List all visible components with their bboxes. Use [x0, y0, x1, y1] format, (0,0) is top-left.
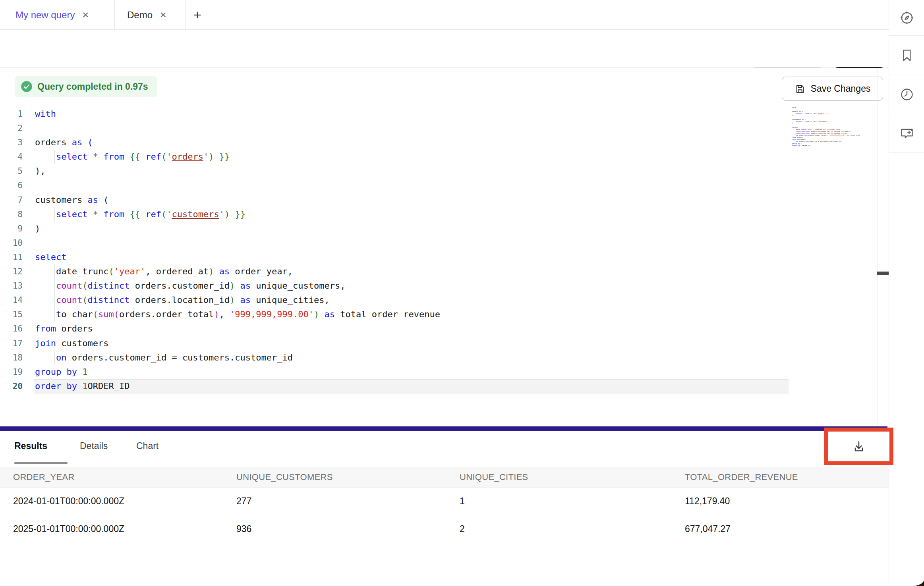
- status-badge: Query completed in 0.97s: [15, 76, 157, 97]
- column-header: ORDER_YEAR: [13, 472, 236, 482]
- table-cell: 677,047.27: [685, 524, 895, 534]
- tab-results[interactable]: Results: [14, 441, 47, 451]
- code-line[interactable]: 16from orders: [0, 322, 878, 336]
- file-tab-demo[interactable]: Demo ✕: [127, 0, 167, 30]
- check-circle-icon: [21, 81, 33, 93]
- code-line[interactable]: 19group by 1: [0, 365, 878, 379]
- bookmark-icon: [900, 48, 914, 62]
- code-line[interactable]: 1with: [0, 107, 878, 121]
- table-cell: 936: [236, 524, 460, 534]
- right-toolbar-rail: [889, 0, 924, 586]
- code-line[interactable]: 5),: [0, 164, 878, 178]
- clock-icon: [899, 87, 914, 102]
- code-line[interactable]: 2: [0, 121, 878, 135]
- code-line[interactable]: 14 count(distinct orders.location_id) as…: [0, 293, 878, 307]
- table-row: 2025-01-01T00:00:00.000Z9362677,047.27: [0, 515, 895, 543]
- ai-assistant-button[interactable]: [889, 114, 924, 153]
- table-cell: 1: [460, 496, 685, 507]
- save-label: Save Changes: [811, 83, 871, 94]
- table-cell: 112,179.40: [685, 496, 895, 507]
- download-button[interactable]: [852, 440, 866, 454]
- explore-button[interactable]: [889, 0, 924, 36]
- code-line[interactable]: 10: [0, 236, 878, 250]
- table-cell: 2: [460, 524, 685, 534]
- code-line[interactable]: 13 count(distinct orders.customer_id) as…: [0, 279, 878, 293]
- query-header: MS Your query: [0, 30, 889, 68]
- table-cell: 277: [236, 496, 460, 507]
- screen-corner: [907, 580, 924, 586]
- column-header: UNIQUE_CUSTOMERS: [236, 472, 460, 482]
- close-icon[interactable]: ✕: [82, 10, 89, 20]
- tab-separator: [186, 0, 186, 30]
- editor-right-separator: [877, 68, 878, 426]
- tab-chart[interactable]: Chart: [136, 441, 159, 451]
- code-line[interactable]: 17join customers: [0, 336, 878, 351]
- add-tab-button[interactable]: +: [193, 0, 201, 30]
- chat-sparkles-icon: [899, 126, 914, 141]
- status-text: Query completed in 0.97s: [37, 81, 148, 92]
- table-cell: 2024-01-01T00:00:00.000Z: [13, 496, 236, 507]
- code-line[interactable]: 18 on orders.customer_id = customers.cus…: [0, 351, 878, 365]
- save-icon: [794, 83, 806, 94]
- column-header: TOTAL_ORDER_REVENUE: [685, 472, 895, 482]
- table-row: 2024-01-01T00:00:00.000Z2771112,179.40: [0, 488, 895, 515]
- file-tab-my-new-query[interactable]: My new query ✕: [15, 0, 89, 30]
- history-rail-button[interactable]: [889, 75, 924, 114]
- file-tab-label: Demo: [127, 10, 153, 21]
- code-line[interactable]: 11select: [0, 250, 878, 264]
- results-panel: Results Details Chart ORDER_YEARUNIQUE_C…: [0, 431, 924, 586]
- active-tab-underline: [14, 462, 68, 464]
- code-line[interactable]: 20order by 1ORDER_ID: [0, 379, 878, 393]
- code-line[interactable]: 12 date_trunc('year', ordered_at) as ord…: [0, 264, 878, 279]
- compass-icon: [899, 10, 914, 25]
- column-header: UNIQUE_CITIES: [460, 472, 685, 482]
- tab-separator: [114, 0, 115, 30]
- bookmark-button[interactable]: [889, 36, 924, 75]
- results-table-header: ORDER_YEARUNIQUE_CUSTOMERSUNIQUE_CITIEST…: [0, 467, 895, 488]
- code-line[interactable]: 6: [0, 178, 878, 193]
- code-line[interactable]: 3orders as (: [0, 135, 878, 150]
- code-line[interactable]: 15 to_char(sum(orders.order_total), '999…: [0, 307, 878, 322]
- file-tab-label: My new query: [15, 10, 75, 21]
- table-cell: 2025-01-01T00:00:00.000Z: [13, 524, 236, 534]
- sql-editor[interactable]: Query completed in 0.97s Save Changes wi…: [0, 68, 889, 426]
- tab-details[interactable]: Details: [80, 441, 108, 451]
- code-line[interactable]: 4 select * from {{ ref('orders') }}: [0, 150, 878, 164]
- code-line[interactable]: 7customers as (: [0, 193, 878, 207]
- panel-resize-divider[interactable]: [0, 426, 887, 431]
- code-line[interactable]: 9): [0, 222, 878, 236]
- file-tab-bar: My new query ✕ Demo ✕ +: [0, 0, 889, 30]
- save-changes-button[interactable]: Save Changes: [782, 77, 883, 101]
- close-icon[interactable]: ✕: [160, 10, 167, 20]
- code-line[interactable]: 8 select * from {{ ref('customers') }}: [0, 207, 878, 222]
- code-lines[interactable]: 1with23orders as (4 select * from {{ ref…: [0, 107, 878, 393]
- app-window: My new query ✕ Demo ✕ + MS Your query: [0, 0, 924, 586]
- annotation-highlight-box: [824, 428, 893, 465]
- scrollbar-thumb[interactable]: [877, 272, 889, 275]
